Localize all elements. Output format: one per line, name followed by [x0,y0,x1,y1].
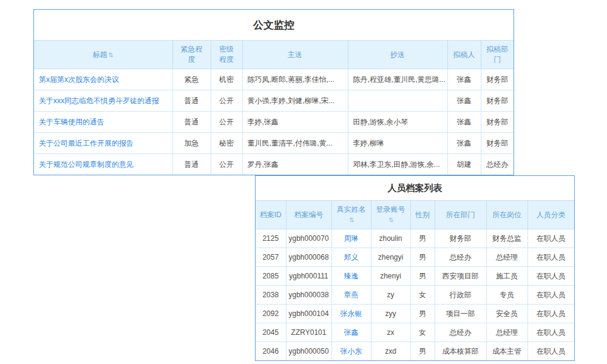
doc-cell-title: 关于xxx同志临危不惧勇斗歹徒的通报 [34,90,172,112]
personnel-cell-dept: 总经办 [435,248,486,267]
doc-cell-urgency: 普通 [172,154,211,175]
doc-title-link[interactable]: 关于xxx同志临危不惧勇斗歹徒的通报 [39,96,159,105]
doc-cell-urgency: 紧急 [172,69,211,90]
personnel-cell-id: 2125 [256,229,286,248]
table-row: 关于xxx同志临危不惧勇斗歹徒的通报 普通 公开 黄小强,李婷,刘健,柳琳,宋.… [34,90,514,112]
personnel-name-link[interactable]: 张鑫 [344,328,359,337]
personnel-header-account[interactable]: 登录账号⇅ [371,201,410,229]
doc-cell-drafter: 胡建 [447,154,481,175]
personnel-cell-code: ygbh000050 [286,342,331,361]
doc-cell-draft-dept: 财务部 [481,90,514,112]
doc-header-title[interactable]: 标题⇅ [34,41,172,69]
personnel-header-row: 档案ID 档案编号 真实姓名⇅ 登录账号⇅ 性别 所在部门 所在岗位 人员分类 [256,201,574,229]
personnel-cell-name: 郑义 [331,248,371,267]
personnel-cell-post: 安全员 [486,305,527,323]
doc-header-urgency: 紧急程度 [172,41,211,69]
personnel-cell-account: zhenyi [371,267,410,286]
personnel-header-name[interactable]: 真实姓名⇅ [331,201,371,229]
sort-icon: ⇅ [349,217,354,223]
doc-cell-main-to: 陈巧凤,断郎,蒋丽,李佳怡,... [242,69,348,90]
personnel-cell-account: zhoulin [371,229,410,248]
personnel-cell-code: ygbh000111 [286,267,331,286]
personnel-name-link[interactable]: 臻逸 [344,272,359,280]
personnel-cell-gender: 男 [410,248,435,267]
personnel-cell-gender: 女 [410,286,435,305]
personnel-cell-account: zxd [371,342,410,361]
personnel-header-dept: 所在部门 [435,201,486,229]
doc-header-main-to: 主送 [242,41,348,69]
doc-header-row: 标题⇅ 紧急程度 密级程度 主送 抄送 拟稿人 拟稿部门 [34,41,514,69]
doc-title-link[interactable]: 第x届第x次股东会的决议 [39,75,119,84]
doc-cell-main-to: 李婷,张鑫 [242,112,348,133]
doc-header-cc: 抄送 [348,41,447,69]
personnel-cell-dept: 行政部 [435,286,486,305]
doc-title-link[interactable]: 关于公司最近工作开展的报告 [39,139,134,147]
personnel-cell-account: zy [371,286,410,305]
personnel-archive-panel: 人员档案列表 档案ID 档案编号 真实姓名⇅ 登录账号⇅ 性别 所在部门 所在岗… [255,175,575,361]
doc-header-secrecy: 密级程度 [211,41,242,69]
doc-cell-drafter: 张鑫 [447,133,481,154]
personnel-cell-id: 2057 [256,248,286,267]
personnel-header-account-label: 登录账号 [376,205,405,214]
personnel-cell-name: 张永银 [331,305,371,323]
personnel-cell-post: 成本主管 [486,342,527,361]
personnel-cell-dept: 成本核算部 [435,342,486,361]
doc-cell-title: 关于公司最近工作开展的报告 [34,133,172,154]
personnel-header-name-label: 真实姓名 [337,205,366,214]
personnel-cell-account: zx [371,323,410,342]
doc-cell-draft-dept: 总经办 [481,154,514,175]
personnel-cell-name: 周琳 [331,229,371,248]
sort-icon: ⇅ [388,217,393,223]
personnel-cell-dept: 总经办 [435,323,486,342]
personnel-cell-id: 2038 [256,286,286,305]
personnel-cell-account: zyy [371,305,410,323]
personnel-cell-gender: 男 [410,305,435,323]
personnel-cell-id: 2045 [256,323,286,342]
personnel-cell-category: 在职人员 [527,248,574,267]
document-monitor-title: 公文监控 [34,10,514,41]
personnel-cell-gender: 男 [410,229,435,248]
personnel-cell-gender: 女 [410,323,435,342]
personnel-cell-code: ygbh000068 [286,248,331,267]
doc-header-drafter: 拟稿人 [447,41,481,69]
document-monitor-table: 标题⇅ 紧急程度 密级程度 主送 抄送 拟稿人 拟稿部门 第x届第x次股东会的决… [34,41,514,175]
personnel-cell-gender: 男 [410,342,435,361]
doc-cell-draft-dept: 财务部 [481,112,514,133]
table-row: 关于规范公司规章制度的意见 普通 公开 罗丹,张鑫 邓林,李卫东,田静,游恢,余… [34,154,514,175]
doc-cell-title: 关于车辆使用的通告 [34,112,172,133]
table-row: 2038 ygbh000038 章燕 zy 女 行政部 专员 在职人员 [256,286,574,305]
doc-cell-title: 关于规范公司规章制度的意见 [34,154,172,175]
personnel-header-id: 档案ID [256,201,286,229]
personnel-cell-dept: 项目一部 [435,305,486,323]
personnel-cell-dept: 西安项目部 [435,267,486,286]
doc-header-title-label: 标题 [93,50,107,59]
personnel-cell-name: 臻逸 [331,267,371,286]
doc-cell-main-to: 董川民,董清平,付伟璐,黄... [242,133,348,154]
personnel-cell-name: 章燕 [331,286,371,305]
personnel-cell-category: 在职人员 [527,229,574,248]
personnel-name-link[interactable]: 郑义 [344,253,359,261]
table-row: 2085 ygbh000111 臻逸 zhenyi 男 西安项目部 施工员 在职… [256,267,574,286]
personnel-header-category: 人员分类 [527,201,574,229]
personnel-cell-post: 财务总监 [486,229,527,248]
personnel-cell-dept: 财务部 [435,229,486,248]
doc-cell-draft-dept: 财务部 [481,133,514,154]
personnel-archive-table: 档案ID 档案编号 真实姓名⇅ 登录账号⇅ 性别 所在部门 所在岗位 人员分类 … [256,201,574,360]
doc-cell-secrecy: 秘密 [211,133,242,154]
personnel-name-link[interactable]: 张永银 [341,309,362,318]
doc-cell-drafter: 张鑫 [447,69,481,90]
personnel-name-link[interactable]: 周琳 [344,234,359,243]
table-row: 2045 ZZRY0101 张鑫 zx 女 总经办 总经理 在职人员 [256,323,574,342]
doc-cell-drafter: 张鑫 [447,112,481,133]
personnel-name-link[interactable]: 张小东 [341,347,362,356]
personnel-cell-gender: 男 [410,267,435,286]
doc-title-link[interactable]: 关于车辆使用的通告 [39,118,104,126]
doc-title-link[interactable]: 关于规范公司规章制度的意见 [39,160,134,169]
personnel-name-link[interactable]: 章燕 [344,291,359,299]
table-row: 关于公司最近工作开展的报告 加急 秘密 董川民,董清平,付伟璐,黄... 李婷,… [34,133,514,154]
personnel-cell-post: 总经理 [486,248,527,267]
personnel-cell-category: 在职人员 [527,323,574,342]
personnel-cell-code: ZZRY0101 [286,323,331,342]
personnel-cell-name: 张鑫 [331,323,371,342]
doc-cell-secrecy: 公开 [211,112,242,133]
